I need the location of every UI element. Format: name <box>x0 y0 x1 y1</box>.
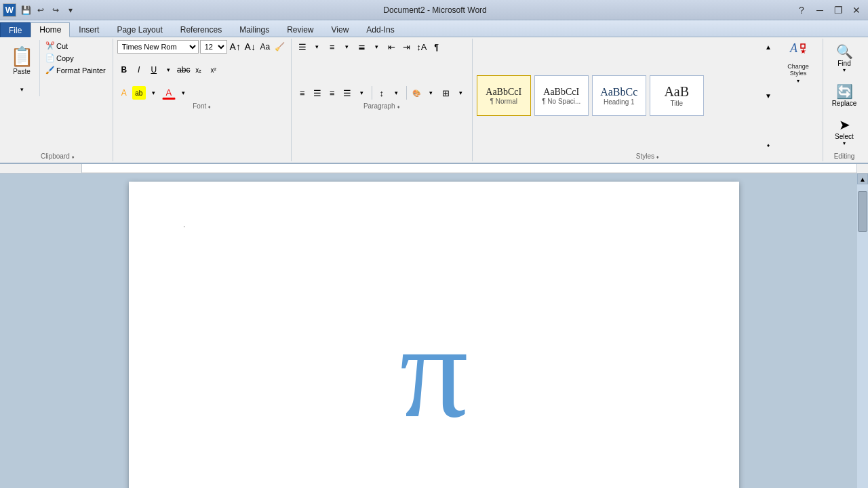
document-page[interactable]: · π <box>129 182 739 488</box>
customize-qa-button[interactable]: ▾ <box>64 3 77 17</box>
clipboard-expand-icon[interactable]: ⬧ <box>71 153 75 160</box>
clear-formatting-button[interactable]: 🧹 <box>273 40 287 54</box>
find-label: Find <box>837 60 850 67</box>
style-no-spacing[interactable]: AaBbCcI ¶ No Spaci... <box>534 75 589 116</box>
style-normal[interactable]: AaBbCcI ¶ Normal <box>477 75 531 116</box>
tab-file[interactable]: File <box>0 22 31 37</box>
find-button[interactable]: 🔍 Find ▾ <box>827 40 861 77</box>
strikethrough-button[interactable]: abc <box>177 63 191 77</box>
align-right-button[interactable]: ≡ <box>326 86 339 100</box>
highlight-dropdown[interactable]: ▾ <box>147 86 161 100</box>
tab-references[interactable]: References <box>172 22 231 37</box>
line-spacing-button[interactable]: ↕ <box>375 86 389 100</box>
italic-button[interactable]: I <box>132 63 146 77</box>
restore-button[interactable]: ❐ <box>829 3 847 17</box>
paste-dropdown[interactable]: ▾ <box>15 83 28 96</box>
subscript-button[interactable]: x₂ <box>192 63 205 77</box>
font-expand-icon[interactable]: ⬧ <box>208 103 211 110</box>
paragraph-group: ☰ ▾ ≡ ▾ ≣ ▾ ⇤ ⇥ ↕A ¶ ≡ ☰ ≡ ☰ ▾ ↕ ▾ <box>292 39 473 161</box>
shading-button[interactable]: 🎨 <box>410 86 423 100</box>
tab-page-layout[interactable]: Page Layout <box>108 22 171 37</box>
find-icon: 🔍 <box>836 43 853 60</box>
help-button[interactable]: ? <box>793 3 810 17</box>
tab-home[interactable]: Home <box>31 22 70 37</box>
find-dropdown-arrow: ▾ <box>843 67 846 73</box>
shading-dropdown[interactable]: ▾ <box>425 86 438 100</box>
style-heading1[interactable]: AaBbCc Heading 1 <box>592 75 646 116</box>
bullet-dropdown[interactable]: ▾ <box>311 40 324 54</box>
sort-button[interactable]: ↕A <box>415 40 429 54</box>
paragraph-expand-icon[interactable]: ⬧ <box>397 103 400 110</box>
increase-font-button[interactable]: A↑ <box>229 40 242 54</box>
bold-button[interactable]: B <box>117 63 131 77</box>
tab-review[interactable]: Review <box>278 22 322 37</box>
bullet-list-button[interactable]: ☰ <box>296 40 309 54</box>
ribbon-tabs: File Home Insert Page Layout References … <box>0 20 868 37</box>
format-painter-button[interactable]: 🖌️ Format Painter <box>43 64 108 76</box>
underline-button[interactable]: U <box>147 63 161 77</box>
font-color-button[interactable]: A <box>162 86 176 100</box>
copy-button[interactable]: 📄 Copy <box>43 52 108 64</box>
numbered-list-button[interactable]: ≡ <box>326 40 339 54</box>
decrease-indent-button[interactable]: ⇤ <box>385 40 399 54</box>
cut-button[interactable]: ✂️ Cut <box>43 40 108 52</box>
font-color-dropdown[interactable]: ▾ <box>177 86 191 100</box>
decrease-font-button[interactable]: A↓ <box>243 40 257 54</box>
paste-button[interactable]: 📋 Paste <box>7 40 37 82</box>
para-divider2 <box>406 86 407 100</box>
change-styles-icon: A ★ <box>789 39 808 62</box>
show-formatting-button[interactable]: ¶ <box>430 40 443 54</box>
borders-button[interactable]: ⊞ <box>439 86 453 100</box>
styles-scroll-up[interactable]: ▲ <box>762 40 775 54</box>
select-button[interactable]: ➤ Select ▾ <box>827 113 861 150</box>
scroll-up-button[interactable]: ▲ <box>857 174 868 184</box>
style-title-preview: AaB <box>664 84 689 100</box>
multilevel-list-button[interactable]: ≣ <box>355 40 369 54</box>
styles-expand-icon[interactable]: ⬧ <box>656 153 659 160</box>
close-button[interactable]: ✕ <box>848 3 865 17</box>
line-spacing-dropdown[interactable]: ▾ <box>390 86 403 100</box>
font-name-select[interactable]: Times New Rom <box>117 40 199 54</box>
styles-content: AaBbCcI ¶ Normal AaBbCcI ¶ No Spaci... A… <box>477 40 818 151</box>
styles-scroll-down[interactable]: ▼ <box>762 89 775 102</box>
styles-group: AaBbCcI ¶ Normal AaBbCcI ¶ No Spaci... A… <box>473 39 823 161</box>
para-divider <box>372 86 372 100</box>
numbered-dropdown[interactable]: ▾ <box>340 40 354 54</box>
style-normal-label: ¶ Normal <box>490 98 517 105</box>
tab-view[interactable]: View <box>323 22 358 37</box>
text-effects-button[interactable]: A <box>117 86 131 100</box>
style-title[interactable]: AaB Title <box>650 75 704 116</box>
right-scrollbar: ▲ ▼ ▼ <box>857 174 868 488</box>
font-size-select[interactable]: 12 <box>200 40 227 54</box>
redo-button[interactable]: ↪ <box>49 3 62 17</box>
undo-button[interactable]: ↩ <box>34 3 47 17</box>
superscript-button[interactable]: x² <box>207 63 220 77</box>
multilevel-dropdown[interactable]: ▾ <box>370 40 384 54</box>
style-no-spacing-label: ¶ No Spaci... <box>542 98 580 105</box>
scroll-track[interactable] <box>857 184 868 488</box>
scroll-thumb[interactable] <box>858 191 867 232</box>
tab-add-ins[interactable]: Add-Ins <box>357 22 403 37</box>
underline-dropdown[interactable]: ▾ <box>162 63 176 77</box>
clipboard-small-buttons: ✂️ Cut 📄 Copy 🖌️ Format Painter <box>43 40 108 76</box>
para-top-row: ☰ ▾ ≡ ▾ ≣ ▾ ⇤ ⇥ ↕A ¶ <box>296 40 468 54</box>
tab-insert[interactable]: Insert <box>70 22 108 37</box>
increase-indent-button[interactable]: ⇥ <box>400 40 414 54</box>
minimize-button[interactable]: ─ <box>811 3 829 17</box>
align-left-button[interactable]: ≡ <box>296 86 309 100</box>
clipboard-content: 📋 Paste ▾ ✂️ Cut 📄 Copy 🖌️ Form <box>7 40 108 151</box>
replace-button[interactable]: 🔄 Replace <box>827 77 861 113</box>
text-highlight-button[interactable]: ab <box>132 86 146 100</box>
save-button[interactable]: 💾 <box>19 3 33 17</box>
clipboard-label: Clipboard ⬧ <box>7 151 108 160</box>
tab-mailings[interactable]: Mailings <box>231 22 278 37</box>
select-dropdown-arrow: ▾ <box>843 140 846 146</box>
change-case-button[interactable]: Aa <box>258 40 272 54</box>
align-center-button[interactable]: ☰ <box>311 86 324 100</box>
styles-more[interactable]: ⬧ <box>762 138 775 151</box>
change-styles-label: ChangeStyles <box>787 63 809 77</box>
change-styles-button[interactable]: A ★ ChangeStyles ▾ <box>778 40 818 82</box>
justify-dropdown[interactable]: ▾ <box>355 86 369 100</box>
justify-button[interactable]: ☰ <box>340 86 354 100</box>
borders-dropdown[interactable]: ▾ <box>454 86 468 100</box>
